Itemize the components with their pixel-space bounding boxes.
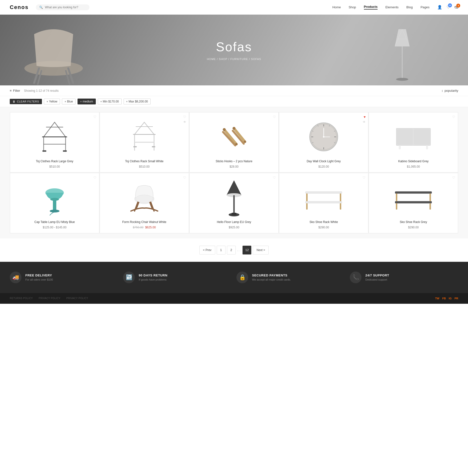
wishlist-button[interactable]: ♡	[183, 115, 186, 119]
pinterest-link[interactable]: PR	[454, 297, 458, 300]
product-image	[44, 179, 66, 216]
product-image	[304, 184, 343, 211]
product-price: $125.00 - $145.00	[14, 226, 95, 229]
pagination: < Prev 1 2 ... 12 Next >	[0, 238, 468, 262]
nav-products[interactable]: Products	[364, 5, 378, 10]
svg-rect-58	[397, 129, 413, 145]
svg-line-20	[134, 122, 144, 134]
svg-rect-85	[396, 203, 397, 210]
nav-blog[interactable]: Blog	[406, 5, 413, 9]
eye-button[interactable]: 👁	[363, 120, 366, 124]
svg-point-35	[233, 127, 235, 130]
product-card[interactable]: ♡ Sko Shoe Rack White $290.00	[279, 173, 368, 233]
svg-rect-72	[233, 195, 235, 215]
returns-policy-link[interactable]: RETURNS POLICY	[10, 297, 33, 300]
facebook-link[interactable]: FB	[442, 297, 446, 300]
wishlist-button[interactable]: ♡	[183, 176, 186, 180]
filter-tag-min[interactable]: × Min $170.00	[98, 99, 122, 104]
wishlist-button[interactable]: ♡	[452, 176, 455, 180]
page-12-button[interactable]: 12	[243, 246, 251, 254]
product-card[interactable]: ♥ 👁	[279, 112, 368, 172]
feature-title: 24/7 SUPPORT	[366, 274, 389, 277]
page-2-button[interactable]: 2	[227, 246, 236, 254]
svg-rect-78	[340, 193, 341, 201]
nav-home[interactable]: Home	[332, 5, 341, 9]
privacy-policy-link-1[interactable]: PRIVACY POLICY	[39, 297, 60, 300]
product-card[interactable]: ♡ 👁 Toj Clothes Rack Sm	[100, 112, 189, 172]
wishlist-button[interactable]: ♡	[273, 176, 276, 180]
product-card[interactable]: ♡ Hello Floor Lamp EU Grey $925.00	[190, 173, 278, 233]
product-image-wrap	[373, 178, 454, 217]
svg-rect-75	[306, 192, 342, 193]
next-page-button[interactable]: Next >	[253, 246, 269, 254]
product-name: Day Wall Clock Light Grey	[283, 159, 364, 164]
feature-title: 90 DAYS RETURN	[139, 274, 167, 277]
filter-tag-medium[interactable]: × medium	[77, 99, 96, 104]
wishlist-icon-btn[interactable]: ♡ 22	[447, 5, 450, 10]
product-price: $120.00	[283, 165, 364, 168]
twitter-link[interactable]: TW	[435, 297, 439, 300]
close-icon: ×	[126, 100, 128, 103]
filter-button[interactable]: ≡ Filter	[10, 89, 20, 92]
tag-label: Blue	[67, 100, 73, 103]
product-price: $28.00	[193, 165, 275, 168]
clear-filters-button[interactable]: 🗑 CLEAR FILTERS	[10, 99, 42, 104]
page-1-button[interactable]: 1	[217, 246, 225, 254]
sort-icon: ↕	[441, 89, 443, 92]
active-filters-bar: 🗑 CLEAR FILTERS × Yellow × Blue × medium…	[0, 96, 468, 107]
cart-icon-btn[interactable]: 🛍 3	[454, 5, 458, 10]
products-section: ♡ Toj Clothes Rack Large Grey $510.	[0, 107, 468, 238]
product-image	[41, 120, 68, 154]
filter-tag-yellow[interactable]: × Yellow	[44, 99, 60, 104]
search-input[interactable]	[45, 6, 86, 9]
instagram-link[interactable]: IG	[449, 297, 452, 300]
filter-bar: ≡ Filter Showing 1-12 of 74 results ↕ po…	[0, 85, 468, 96]
nav-elements[interactable]: Elements	[385, 5, 398, 9]
prev-page-button[interactable]: < Prev	[199, 246, 215, 254]
svg-line-11	[44, 122, 55, 137]
product-card[interactable]: ♡ Sticks Hooks – 2 pcs Nature $28.00	[190, 112, 278, 172]
svg-point-7	[396, 78, 408, 81]
svg-point-31	[223, 128, 226, 131]
svg-rect-83	[396, 193, 397, 201]
svg-rect-27	[134, 142, 154, 143]
feature-payments: 🔒 SECURED PAYMENTS We accept all major c…	[236, 272, 345, 283]
hero-title: Sofas	[207, 40, 261, 54]
product-card[interactable]: ♡ Cap Table Lamp EU Misty Blue $125.00 -…	[10, 173, 99, 233]
wishlist-badge: 22	[448, 3, 452, 7]
product-card[interactable]: ♡ Kabino Sideboard	[369, 112, 458, 172]
wishlist-button[interactable]: ♡	[273, 115, 276, 119]
wishlist-button[interactable]: ♥	[364, 115, 366, 119]
hero-chair-decoration	[15, 19, 93, 85]
wishlist-button[interactable]: ♡	[93, 176, 97, 180]
feature-free-delivery: 🚚 FREE DELIVERY For all oders over $100	[10, 272, 118, 283]
eye-button[interactable]: 👁	[183, 120, 186, 124]
svg-rect-79	[306, 203, 307, 210]
product-price: $1,065.00	[373, 165, 454, 168]
filter-tag-max[interactable]: × Max $8,200.00	[124, 99, 151, 104]
logo[interactable]: Cenos	[10, 4, 29, 11]
product-image-wrap	[104, 117, 185, 156]
footer-bottom: RETURNS POLICY PRIVACY POLICY PRIVACY PO…	[0, 293, 468, 304]
filter-left: ≡ Filter Showing 1-12 of 74 results	[10, 89, 59, 92]
product-card[interactable]: ♡ Form R	[100, 173, 189, 233]
product-card[interactable]: ♡ Toj Clothes Rack Large Grey $510.	[10, 112, 99, 172]
user-icon-btn[interactable]: 👤	[437, 5, 442, 10]
wishlist-button[interactable]: ♡	[363, 176, 366, 180]
product-card[interactable]: ♡ Sko Shoe Rack Grey $290.00	[369, 173, 458, 233]
svg-rect-81	[395, 192, 432, 193]
feature-desc: Dedicated support	[366, 278, 389, 281]
nav-pages[interactable]: Pages	[421, 5, 429, 9]
filter-tag-blue[interactable]: × Blue	[62, 99, 75, 104]
cart-badge: 3	[456, 4, 460, 8]
privacy-policy-link-2[interactable]: PRIVACY POLICY	[66, 297, 88, 300]
product-image	[224, 178, 244, 217]
nav-shop[interactable]: Shop	[349, 5, 356, 9]
wishlist-button[interactable]: ♡	[93, 115, 97, 119]
svg-rect-25	[152, 146, 155, 147]
main-nav: Home Shop Products Elements Blog Pages	[332, 5, 429, 10]
sort-control[interactable]: ↕ popularity	[441, 89, 458, 92]
product-image	[394, 184, 433, 211]
wishlist-button[interactable]: ♡	[452, 115, 455, 119]
feature-desc: We accept all major credit cards.	[252, 278, 291, 281]
